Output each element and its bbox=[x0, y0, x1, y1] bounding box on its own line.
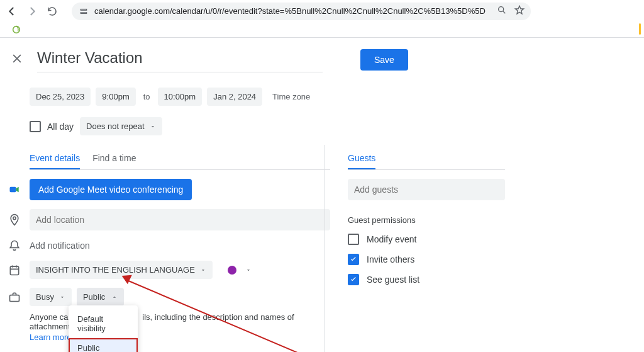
visibility-label: Public bbox=[83, 292, 105, 302]
column-divider bbox=[325, 145, 325, 352]
calendar-icon bbox=[8, 264, 21, 276]
star-icon[interactable] bbox=[514, 5, 525, 18]
modify-event-checkbox[interactable] bbox=[348, 234, 359, 245]
to-label: to bbox=[141, 92, 153, 101]
allday-checkbox[interactable] bbox=[30, 121, 41, 132]
allday-row: All day Does not repeat bbox=[30, 117, 635, 135]
tab-strip bbox=[0, 22, 644, 38]
invite-others-checkbox[interactable] bbox=[348, 254, 359, 265]
site-info-icon[interactable] bbox=[78, 6, 89, 17]
zoom-icon[interactable] bbox=[497, 5, 507, 18]
visibility-menu: Default visibility Public Private bbox=[69, 305, 138, 352]
svg-rect-0 bbox=[80, 9, 86, 10]
briefcase-icon bbox=[8, 291, 21, 304]
tab-find-time[interactable]: Find a time bbox=[92, 153, 136, 169]
modify-event-label: Modify event bbox=[367, 234, 416, 244]
add-meet-button[interactable]: Add Google Meet video conferencing bbox=[30, 179, 192, 200]
forward-icon[interactable] bbox=[26, 6, 38, 17]
svg-point-5 bbox=[13, 217, 16, 219]
address-bar[interactable]: calendar.google.com/calendar/u/0/r/event… bbox=[72, 3, 531, 20]
tab-guests[interactable]: Guests bbox=[348, 153, 375, 169]
reload-icon[interactable] bbox=[47, 6, 58, 17]
calendar-dropdown[interactable]: INSIGHT INTO THE ENGLISH LANGUAGE bbox=[30, 261, 213, 279]
start-date[interactable]: Dec 25, 2023 bbox=[30, 88, 91, 106]
see-guest-list-label: See guest list bbox=[367, 275, 419, 285]
add-notification-button[interactable]: Add notification bbox=[30, 241, 90, 251]
perm-modify-event: Modify event bbox=[348, 234, 505, 245]
add-guests-input[interactable] bbox=[348, 179, 505, 200]
svg-point-3 bbox=[13, 26, 20, 33]
location-icon bbox=[8, 213, 21, 226]
datetime-row: Dec 25, 2023 9:00pm to 10:00pm Jan 2, 20… bbox=[30, 88, 635, 106]
video-icon bbox=[8, 183, 21, 196]
svg-rect-4 bbox=[10, 187, 16, 192]
see-guest-list-checkbox[interactable] bbox=[348, 274, 359, 285]
guest-permissions-title: Guest permissions bbox=[348, 215, 505, 225]
perm-invite-others: Invite others bbox=[348, 254, 505, 265]
location-input[interactable] bbox=[30, 209, 330, 230]
repeat-label: Does not repeat bbox=[86, 122, 145, 131]
svg-rect-6 bbox=[10, 266, 18, 275]
end-time[interactable]: 10:00pm bbox=[158, 88, 203, 106]
extension-indicator bbox=[639, 23, 641, 35]
svg-rect-7 bbox=[10, 295, 19, 301]
busy-label: Busy bbox=[36, 292, 54, 302]
perm-see-guest-list: See guest list bbox=[348, 274, 505, 285]
back-icon[interactable] bbox=[6, 6, 18, 17]
details-column: Event details Find a time Add Google Mee… bbox=[30, 153, 330, 352]
svg-point-2 bbox=[499, 6, 504, 11]
browser-toolbar: calendar.google.com/calendar/u/0/r/event… bbox=[0, 0, 644, 22]
repeat-dropdown[interactable]: Does not repeat bbox=[80, 117, 162, 135]
event-color-dot[interactable] bbox=[228, 266, 236, 275]
end-date[interactable]: Jan 2, 2024 bbox=[207, 88, 262, 106]
notification-icon bbox=[8, 239, 21, 252]
busy-dropdown[interactable]: Busy bbox=[30, 288, 72, 306]
close-icon[interactable] bbox=[9, 51, 25, 66]
extension-icon[interactable] bbox=[11, 25, 21, 35]
calendar-name: INSIGHT INTO THE ENGLISH LANGUAGE bbox=[36, 265, 195, 275]
allday-label: All day bbox=[47, 122, 74, 132]
save-button[interactable]: Save bbox=[360, 49, 408, 71]
chevron-down-icon[interactable] bbox=[245, 267, 252, 273]
visibility-option-public[interactable]: Public bbox=[69, 338, 138, 352]
url-text: calendar.google.com/calendar/u/0/r/event… bbox=[94, 6, 497, 16]
details-tabs: Event details Find a time bbox=[30, 153, 330, 170]
svg-rect-1 bbox=[80, 12, 86, 13]
invite-others-label: Invite others bbox=[367, 254, 414, 264]
visibility-option-default[interactable]: Default visibility bbox=[69, 309, 138, 338]
visibility-dropdown[interactable]: Public bbox=[77, 288, 124, 306]
timezone-link[interactable]: Time zone bbox=[272, 92, 310, 101]
start-time[interactable]: 9:00pm bbox=[96, 88, 135, 106]
tab-event-details[interactable]: Event details bbox=[30, 153, 80, 169]
guests-column: Guests Guest permissions Modify event In… bbox=[348, 153, 505, 352]
event-title-input[interactable] bbox=[37, 49, 323, 72]
